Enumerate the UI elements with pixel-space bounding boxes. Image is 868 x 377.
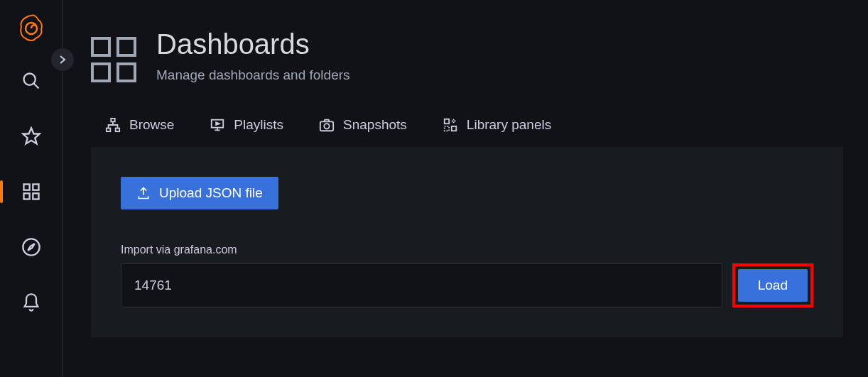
svg-rect-9	[116, 129, 120, 132]
tab-label: Browse	[129, 117, 174, 133]
nav-alerting[interactable]	[14, 285, 48, 319]
import-id-input[interactable]	[121, 263, 722, 307]
upload-icon	[136, 186, 151, 200]
sidebar-expand-button[interactable]	[51, 48, 74, 71]
svg-rect-14	[452, 126, 456, 131]
tab-browse[interactable]: Browse	[105, 111, 174, 138]
highlight-annotation: Load	[732, 263, 813, 307]
tab-label: Snapshots	[343, 117, 407, 133]
svg-point-12	[324, 124, 329, 129]
nav-starred[interactable]	[14, 119, 48, 153]
upload-json-button[interactable]: Upload JSON file	[121, 177, 278, 209]
svg-rect-15	[445, 126, 449, 131]
tab-snapshots[interactable]: Snapshots	[319, 111, 407, 138]
svg-point-6	[23, 239, 39, 255]
svg-point-1	[23, 74, 35, 85]
sidebar	[0, 0, 63, 377]
compass-icon	[21, 237, 41, 257]
dashboards-icon	[21, 182, 41, 202]
tabs: Browse Playlists Snapshots Library panel…	[91, 111, 843, 138]
presentation-icon	[210, 117, 225, 133]
import-label: Import via grafana.com	[121, 244, 813, 256]
svg-rect-5	[33, 193, 38, 199]
page-title: Dashboards	[156, 28, 350, 60]
sitemap-icon	[105, 117, 121, 133]
svg-rect-4	[23, 193, 29, 199]
tab-label: Library panels	[467, 117, 551, 133]
import-panel: Upload JSON file Import via grafana.com …	[91, 147, 843, 337]
tab-library-panels[interactable]: Library panels	[443, 111, 551, 138]
grafana-logo[interactable]	[17, 14, 45, 43]
nav-explore[interactable]	[14, 230, 48, 264]
page-header: Dashboards Manage dashboards and folders	[91, 28, 843, 83]
camera-icon	[319, 117, 335, 133]
main-content: Dashboards Manage dashboards and folders…	[63, 0, 868, 377]
nav-dashboards[interactable]	[14, 175, 48, 209]
tab-playlists[interactable]: Playlists	[210, 111, 283, 138]
svg-rect-3	[33, 185, 38, 190]
star-icon	[21, 126, 41, 146]
svg-rect-8	[107, 129, 111, 132]
svg-rect-13	[445, 119, 449, 124]
page-subtitle: Manage dashboards and folders	[156, 67, 350, 83]
load-button[interactable]: Load	[738, 269, 808, 302]
upload-button-label: Upload JSON file	[159, 185, 263, 201]
nav-search[interactable]	[14, 64, 48, 98]
library-panel-icon	[443, 117, 458, 133]
svg-rect-2	[23, 185, 29, 190]
svg-rect-7	[111, 119, 115, 122]
tab-label: Playlists	[234, 117, 283, 133]
bell-icon	[21, 293, 41, 312]
search-icon	[21, 71, 41, 91]
dashboards-header-icon	[91, 28, 136, 82]
